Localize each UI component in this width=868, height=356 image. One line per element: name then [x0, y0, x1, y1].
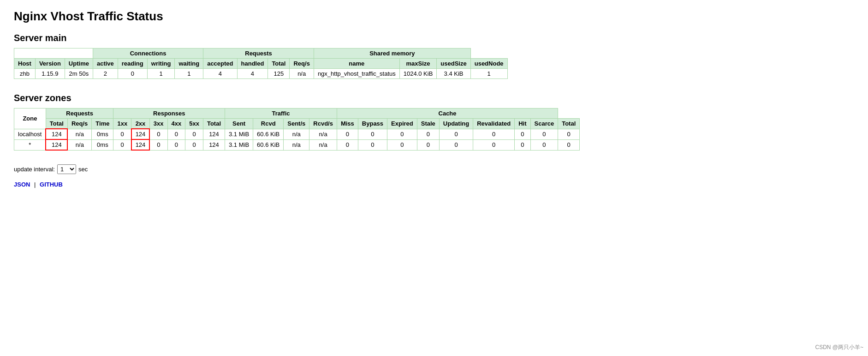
server-main-table: Connections Requests Shared memory Host …: [14, 48, 508, 79]
table-cell: n/a: [284, 139, 309, 150]
table-cell: 3.1 MiB: [225, 129, 253, 139]
col-accepted: accepted: [203, 59, 237, 69]
sz-col-bypass: Bypass: [358, 119, 387, 129]
col-handled: handled: [237, 59, 268, 69]
sz-col-miss: Miss: [337, 119, 358, 129]
table-cell: 0: [439, 129, 473, 139]
table-cell: 0: [417, 139, 439, 150]
github-link[interactable]: GITHUB: [40, 181, 63, 188]
col-total: Total: [268, 59, 290, 69]
server-zones-table: Zone Requests Responses Traffic Cache To…: [14, 108, 580, 151]
shared-memory-header: Shared memory: [314, 48, 470, 59]
sz-col-resp-total: Total: [203, 119, 225, 129]
sz-col-cache-total: Total: [558, 119, 580, 129]
table-cell: 0: [473, 139, 515, 150]
table-cell: 124: [46, 139, 67, 150]
sz-requests-header: Requests: [46, 109, 113, 119]
col-usedsize: usedSize: [437, 59, 470, 69]
table-cell: 0ms: [92, 139, 113, 150]
sz-col-5xx: 5xx: [185, 119, 203, 129]
table-cell: n/a: [290, 69, 314, 79]
table-cell: 125: [268, 69, 290, 79]
table-cell: n/a: [284, 129, 309, 139]
table-cell: localhost: [14, 129, 46, 139]
table-cell: 3.4 KiB: [437, 69, 470, 79]
table-cell: 0: [167, 129, 185, 139]
server-main-heading: Server main: [14, 33, 854, 43]
col-host: Host: [14, 59, 36, 69]
table-cell: 0: [515, 129, 530, 139]
sz-responses-header: Responses: [113, 109, 225, 119]
table-cell: 0: [185, 139, 203, 150]
col-active: active: [93, 59, 118, 69]
sz-col-hit: Hit: [515, 119, 530, 129]
table-cell: 0: [387, 139, 417, 150]
sz-col-sent: Sent: [225, 119, 253, 129]
table-row: *124n/a0ms01240001243.1 MiB60.6 KiBn/an/…: [14, 139, 580, 150]
table-cell: 0ms: [92, 129, 113, 139]
sz-col-4xx: 4xx: [167, 119, 185, 129]
sz-col-2xx: 2xx: [131, 119, 150, 129]
sz-col-3xx: 3xx: [149, 119, 167, 129]
table-cell: zhb: [14, 69, 36, 79]
server-zones-heading: Server zones: [14, 93, 854, 103]
server-main-group-row: Connections Requests Shared memory: [14, 48, 508, 59]
sz-col-time: Time: [92, 119, 113, 129]
table-cell: 3.1 MiB: [225, 139, 253, 150]
table-cell: 124: [46, 129, 67, 139]
sz-cache-header: Cache: [337, 109, 558, 119]
table-cell: 124: [203, 129, 225, 139]
table-cell: 0: [149, 129, 167, 139]
table-cell: 124: [203, 139, 225, 150]
sz-col-updating: Updating: [439, 119, 473, 129]
table-cell: ngx_http_vhost_traffic_status: [314, 69, 399, 79]
links-separator: |: [34, 181, 36, 188]
server-zones-body: localhost124n/a0ms01240001243.1 MiB60.6 …: [14, 129, 580, 150]
table-cell: 1: [147, 69, 175, 79]
requests-header: Requests: [203, 48, 314, 59]
table-cell: n/a: [309, 139, 337, 150]
table-cell: 4: [203, 69, 237, 79]
sz-col-stale: Stale: [417, 119, 439, 129]
table-cell: 60.6 KiB: [253, 139, 284, 150]
table-cell: n/a: [309, 129, 337, 139]
table-cell: n/a: [67, 129, 91, 139]
sz-traffic-header: Traffic: [225, 109, 337, 119]
table-cell: 0: [113, 139, 131, 150]
table-cell: 60.6 KiB: [253, 129, 284, 139]
table-cell: 1: [175, 69, 203, 79]
table-cell: 0: [113, 129, 131, 139]
col-reqs: Req/s: [290, 59, 314, 69]
table-cell: 0: [558, 129, 580, 139]
table-cell: 2: [93, 69, 118, 79]
col-waiting: waiting: [175, 59, 203, 69]
update-interval-unit: sec: [78, 166, 88, 173]
table-row: zhb1.15.92m 50s201144125n/angx_http_vhos…: [14, 69, 508, 79]
update-interval-label: update interval:: [14, 166, 55, 173]
table-cell: 1.15.9: [35, 69, 65, 79]
col-writing: writing: [147, 59, 175, 69]
update-interval-select[interactable]: 125103060: [57, 164, 76, 174]
table-cell: *: [14, 139, 46, 150]
server-zones-col-headers: Total Req/s Time 1xx 2xx 3xx 4xx 5xx Tot…: [14, 119, 580, 129]
table-cell: 0: [558, 139, 580, 150]
sz-col-reqs: Req/s: [67, 119, 91, 129]
sz-col-1xx: 1xx: [113, 119, 131, 129]
col-uptime: Uptime: [65, 59, 93, 69]
col-maxsize: maxSize: [399, 59, 437, 69]
table-cell: 0: [337, 139, 358, 150]
server-zones-section: Server zones Zone Requests Responses Tra…: [14, 93, 854, 151]
table-cell: 124: [131, 139, 150, 150]
sz-col-revalidated: Revalidated: [473, 119, 515, 129]
table-cell: 0: [167, 139, 185, 150]
table-cell: 1: [470, 69, 507, 79]
col-version: Version: [35, 59, 65, 69]
server-main-col-headers: Host Version Uptime active reading writi…: [14, 59, 508, 69]
table-cell: 0: [530, 129, 558, 139]
sz-col-scarce: Scarce: [530, 119, 558, 129]
table-cell: 0: [149, 139, 167, 150]
links-container: JSON | GITHUB: [14, 181, 854, 188]
json-link[interactable]: JSON: [14, 181, 30, 188]
table-cell: 0: [439, 139, 473, 150]
sz-col-expired: Expired: [387, 119, 417, 129]
